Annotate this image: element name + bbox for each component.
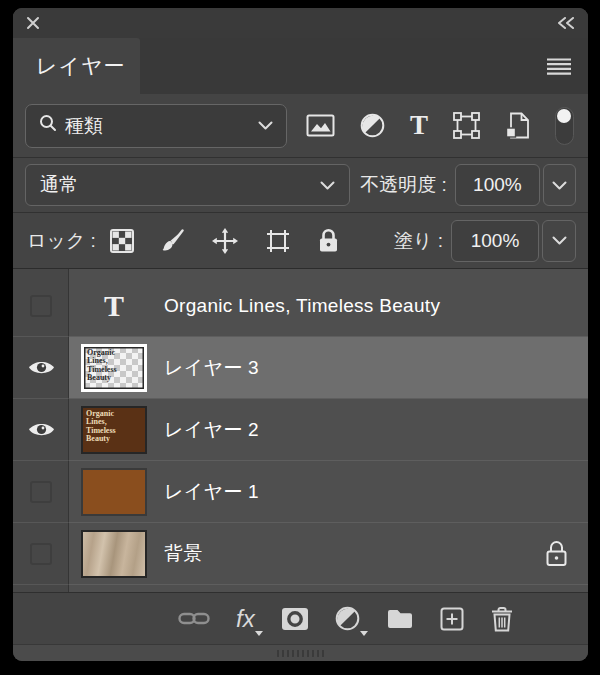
- layers-bottom-toolbar: fx: [13, 592, 588, 644]
- fill-label: 塗り :: [394, 228, 443, 254]
- filter-smart-object-icon[interactable]: [505, 112, 530, 139]
- visibility-toggle[interactable]: [13, 523, 69, 584]
- lock-all-icon[interactable]: [318, 228, 339, 253]
- collapse-panel-icon[interactable]: [557, 17, 575, 29]
- panel-title-bar: [13, 8, 588, 38]
- search-icon: [39, 114, 57, 137]
- blend-mode-value: 通常: [40, 172, 78, 198]
- resize-grip-icon: [277, 650, 325, 657]
- panel-menu-icon[interactable]: [546, 58, 572, 75]
- close-icon[interactable]: [26, 16, 40, 30]
- layer-row-text[interactable]: T Organic Lines, Timeless Beauty: [13, 275, 588, 337]
- new-group-folder-icon[interactable]: [386, 608, 414, 630]
- lock-row: ロック : 塗り : 100%: [13, 213, 588, 269]
- fill-input[interactable]: 100%: [451, 220, 539, 262]
- filter-row: 種類 T: [13, 94, 588, 158]
- opacity-label: 不透明度 :: [360, 172, 447, 198]
- lock-label: ロック :: [27, 228, 96, 254]
- filter-type-layers-icon[interactable]: T: [410, 112, 428, 139]
- layer-row-layer2[interactable]: Organic Lines, Timeless Beauty レイヤー 2: [13, 399, 588, 461]
- visibility-toggle[interactable]: [13, 399, 69, 460]
- visibility-toggle[interactable]: [13, 461, 69, 522]
- fill-dropdown-button[interactable]: [542, 220, 576, 262]
- opacity-dropdown-button[interactable]: [543, 164, 576, 206]
- fill-controls: 塗り : 100%: [384, 220, 576, 262]
- panel-resize-strip[interactable]: [13, 644, 588, 661]
- lock-artboard-nesting-icon[interactable]: [265, 229, 291, 253]
- adjustment-dropdown-arrow-icon: [360, 631, 368, 636]
- layer-row-background[interactable]: 背景: [13, 523, 588, 585]
- new-layer-icon[interactable]: [440, 607, 464, 631]
- toggle-knob: [557, 109, 571, 123]
- lock-position-move-icon[interactable]: [212, 228, 238, 254]
- layer-name[interactable]: Organic Lines, Timeless Beauty: [164, 295, 440, 317]
- eye-icon: [28, 421, 55, 438]
- filter-type-select[interactable]: 種類: [25, 104, 287, 148]
- filter-shape-layers-icon[interactable]: [453, 112, 480, 139]
- layers-panel: レイヤー 種類 T: [13, 8, 588, 661]
- layer-row-layer1[interactable]: レイヤー 1: [13, 461, 588, 523]
- text-layer-thumbnail[interactable]: T: [81, 282, 147, 330]
- fill-value: 100%: [471, 230, 520, 252]
- layer-thumbnail[interactable]: [81, 530, 147, 578]
- filter-icon-group: T: [287, 107, 578, 145]
- filter-pixel-layers-icon[interactable]: [306, 114, 335, 137]
- lock-image-pixels-brush-icon[interactable]: [161, 229, 185, 253]
- lock-transparent-pixels-icon[interactable]: [110, 229, 134, 253]
- chevron-down-icon: [320, 181, 335, 190]
- layer-style-fx-button[interactable]: fx: [236, 607, 255, 631]
- visibility-off-icon: [30, 543, 52, 565]
- fx-label: fx: [236, 607, 255, 631]
- blend-mode-select[interactable]: 通常: [25, 164, 350, 206]
- fx-dropdown-arrow-icon: [255, 631, 263, 636]
- layer-name[interactable]: レイヤー 1: [164, 479, 259, 505]
- visibility-toggle[interactable]: [13, 275, 69, 336]
- layer-row-layer3[interactable]: Organic Lines, Timeless Beauty レイヤー 3: [13, 337, 588, 399]
- layer-thumbnail[interactable]: [81, 468, 147, 516]
- chevron-down-icon: [258, 121, 273, 130]
- eye-icon: [28, 359, 55, 376]
- delete-layer-trash-icon[interactable]: [490, 606, 514, 632]
- filter-type-value: 種類: [65, 113, 103, 139]
- add-layer-mask-icon[interactable]: [281, 607, 309, 631]
- tab-layers[interactable]: レイヤー: [13, 38, 140, 94]
- opacity-value: 100%: [473, 174, 522, 196]
- opacity-input[interactable]: 100%: [455, 164, 540, 206]
- visibility-toggle[interactable]: [13, 337, 69, 398]
- tab-bar: レイヤー: [13, 38, 588, 94]
- layer-name[interactable]: 背景: [164, 541, 203, 567]
- filter-adjustment-layers-icon[interactable]: [360, 113, 385, 138]
- visibility-off-icon: [30, 295, 52, 317]
- layer-list: T Organic Lines, Timeless Beauty Organic…: [13, 269, 588, 592]
- filter-toggle-switch[interactable]: [555, 107, 574, 145]
- layer-thumbnail[interactable]: Organic Lines, Timeless Beauty: [81, 406, 147, 454]
- layer-name[interactable]: レイヤー 3: [164, 355, 259, 381]
- blend-row: 通常 不透明度 : 100%: [13, 158, 588, 213]
- layer-name[interactable]: レイヤー 2: [164, 417, 259, 443]
- tab-layers-label: レイヤー: [36, 52, 125, 80]
- add-adjustment-layer-icon[interactable]: [335, 606, 360, 631]
- background-lock-icon[interactable]: [545, 540, 568, 567]
- link-layers-icon[interactable]: [178, 610, 210, 627]
- lock-icon-group: [110, 228, 339, 254]
- visibility-off-icon: [30, 481, 52, 503]
- layer-thumbnail[interactable]: Organic Lines, Timeless Beauty: [81, 344, 147, 392]
